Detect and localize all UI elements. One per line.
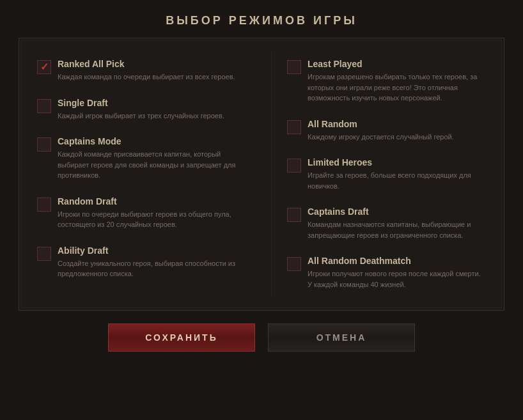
mode-title-all-random-deathmatch: All Random Deathmatch [308,256,486,266]
mode-title-limited-heroes: Limited Heroes [308,157,486,167]
mode-content-captains-draft: Captains DraftКомандам назначаются капит… [308,206,486,240]
mode-desc-all-random-deathmatch: Игроки получают нового героя после каждо… [308,268,486,290]
left-column: Ranked All PickКаждая команда по очереди… [37,51,252,297]
mode-item-all-random-deathmatch[interactable]: All Random DeathmatchИгроки получают нов… [287,248,486,297]
mode-content-all-random-deathmatch: All Random DeathmatchИгроки получают нов… [308,256,486,290]
mode-desc-captains-draft: Командам назначаются капитаны, выбирающи… [308,219,486,240]
mode-title-all-random: All Random [308,119,486,129]
main-panel: Ranked All PickКаждая команда по очереди… [19,38,504,311]
mode-item-least-played[interactable]: Least PlayedИгрокам разрешено выбирать т… [287,51,486,111]
mode-desc-captains-mode: Каждой команде присваивается капитан, ко… [58,149,252,181]
mode-title-least-played: Least Played [308,59,486,69]
mode-content-ability-draft: Ability DraftСоздайте уникального героя,… [58,245,252,279]
mode-desc-random-draft: Игроки по очереди выбирают героев из общ… [58,209,252,230]
mode-content-all-random: All RandomКаждому игроку достается случа… [308,119,486,143]
mode-item-single-draft[interactable]: Single DraftКаждый игрок выбирает из тре… [37,90,252,129]
mode-item-random-draft[interactable]: Random DraftИгроки по очереди выбирают г… [37,189,252,238]
mode-desc-limited-heroes: Играйте за героев, больше всего подходящ… [308,170,486,191]
mode-checkbox-all-random[interactable] [287,120,301,134]
mode-checkbox-random-draft[interactable] [37,198,51,212]
mode-title-single-draft: Single Draft [58,98,252,108]
mode-desc-single-draft: Каждый игрок выбирает из трех случайных … [58,111,252,121]
mode-content-single-draft: Single DraftКаждый игрок выбирает из тре… [58,98,252,121]
mode-title-captains-draft: Captains Draft [308,206,486,217]
mode-checkbox-captains-draft[interactable] [287,208,301,222]
right-column: Least PlayedИгрокам разрешено выбирать т… [271,51,486,297]
mode-checkbox-captains-mode[interactable] [37,137,51,152]
mode-content-limited-heroes: Limited HeroesИграйте за героев, больше … [308,157,486,191]
mode-item-all-random[interactable]: All RandomКаждому игроку достается случа… [287,111,486,150]
mode-content-captains-mode: Captains ModeКаждой команде присваиваетс… [58,136,252,181]
mode-content-least-played: Least PlayedИгрокам разрешено выбирать т… [308,59,486,104]
page-title: ВЫБОР РЕЖИМОВ ИГРЫ [0,0,523,38]
mode-title-ability-draft: Ability Draft [58,245,252,256]
mode-desc-ability-draft: Создайте уникального героя, выбирая спос… [58,258,252,279]
mode-item-limited-heroes[interactable]: Limited HeroesИграйте за героев, больше … [287,150,486,199]
mode-checkbox-limited-heroes[interactable] [287,159,301,173]
save-button[interactable]: СОХРАНИТЬ [108,323,255,352]
mode-checkbox-least-played[interactable] [287,60,301,74]
mode-desc-all-random: Каждому игроку достается случайный герой… [308,132,486,143]
mode-item-ability-draft[interactable]: Ability DraftСоздайте уникального героя,… [37,238,252,287]
mode-content-ranked-all-pick: Ranked All PickКаждая команда по очереди… [58,59,252,82]
mode-content-random-draft: Random DraftИгроки по очереди выбирают г… [58,196,252,230]
mode-desc-least-played: Игрокам разрешено выбирать только тех ге… [308,72,486,104]
mode-checkbox-single-draft[interactable] [37,99,51,113]
mode-title-captains-mode: Captains Mode [58,136,252,146]
mode-desc-ranked-all-pick: Каждая команда по очереди выбирает из вс… [58,72,252,82]
mode-checkbox-ability-draft[interactable] [37,247,51,261]
modes-grid: Ranked All PickКаждая команда по очереди… [37,51,486,297]
mode-checkbox-all-random-deathmatch[interactable] [287,257,301,271]
mode-title-random-draft: Random Draft [58,196,252,206]
mode-item-captains-draft[interactable]: Captains DraftКомандам назначаются капит… [287,199,486,248]
mode-item-captains-mode[interactable]: Captains ModeКаждой команде присваиваетс… [37,128,252,189]
mode-title-ranked-all-pick: Ranked All Pick [58,59,252,69]
bottom-bar: СОХРАНИТЬ ОТМЕНА [19,311,504,358]
cancel-button[interactable]: ОТМЕНА [268,323,415,352]
mode-item-ranked-all-pick[interactable]: Ranked All PickКаждая команда по очереди… [37,51,252,90]
mode-checkbox-ranked-all-pick[interactable] [37,60,51,74]
